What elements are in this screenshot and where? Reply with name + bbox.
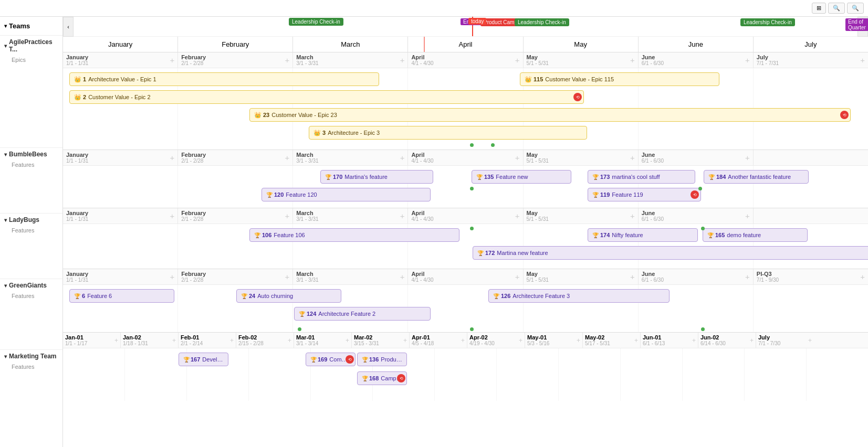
bar-6[interactable]: 🏆 6 Feature 6 — [69, 289, 174, 303]
mkt-feb01-add[interactable]: + — [230, 337, 234, 344]
bar-126[interactable]: 🏆 126 Architecture Feature 3 — [488, 289, 670, 303]
bar-136[interactable]: 🏆 136 Produc... — [357, 353, 407, 366]
bar-epic-115[interactable]: 👑 115 Customer Value - Epic 115 — [520, 72, 719, 86]
agile-apr-add[interactable]: + — [515, 56, 520, 65]
agile-may-add[interactable]: + — [630, 56, 635, 65]
bar-120[interactable]: 🏆 120 Feature 120 — [262, 188, 431, 201]
mkt-feb01-range: 2/1 - 2/14 — [181, 340, 203, 346]
mkt-jan02-add[interactable]: + — [172, 337, 176, 344]
team-header-ladybugs[interactable]: ▾ LadyBugs — [0, 214, 62, 226]
gg-mar-add[interactable]: + — [400, 272, 405, 281]
trophy-icon-168: 🏆 — [362, 376, 368, 381]
mkt-apr01-add[interactable]: + — [461, 337, 465, 344]
bar-epic-2[interactable]: 👑 2 Customer Value - Epic 2 ⟲ — [69, 90, 584, 104]
trophy-icon-165: 🏆 — [707, 232, 714, 238]
bar-24[interactable]: 🏆 24 Auto churning — [236, 289, 341, 303]
bar-170-num: 170 — [333, 174, 342, 180]
mkt-apr02-add[interactable]: + — [519, 337, 522, 344]
month-may: May — [524, 37, 639, 52]
mkt-jun01-add[interactable]: + — [692, 337, 696, 344]
gg-feb-add[interactable]: + — [285, 272, 290, 281]
lb-feb-add[interactable]: + — [285, 211, 290, 220]
gg-may-add[interactable]: + — [630, 272, 635, 281]
bar-124[interactable]: 🏆 124 Architecture Feature 2 — [294, 307, 431, 321]
bb-apr-range: 4/1 - 4/30 — [411, 158, 433, 164]
bb-feb-add[interactable]: + — [285, 153, 290, 162]
gg-jun-range: 6/1 - 6/30 — [642, 277, 664, 283]
team-header-marketing[interactable]: ▾ Marketing Team — [0, 350, 62, 363]
marketing-sub-label: Features — [0, 363, 62, 373]
zoom-out-button[interactable]: 🔍 — [828, 3, 845, 14]
bar-epic-3[interactable]: 👑 3 Architecture - Epic 3 — [309, 126, 587, 140]
agile-jul-add[interactable]: + — [860, 56, 865, 65]
bb-apr-add[interactable]: + — [515, 153, 520, 162]
bar-119[interactable]: 🏆 119 Feature 119 ⟲ — [588, 188, 701, 201]
bar-174[interactable]: 🏆 174 Nifty feature — [588, 228, 698, 242]
lb-may-add[interactable]: + — [630, 211, 635, 220]
gg-apr-add[interactable]: + — [515, 272, 520, 281]
ladybugs-spacer — [0, 237, 62, 279]
lb-mar-add[interactable]: + — [400, 211, 405, 220]
lb-mar-cell: March 3/1 - 3/31 + — [293, 208, 408, 224]
lb-jun-add[interactable]: + — [745, 211, 750, 220]
bb-may-add[interactable]: + — [630, 153, 635, 162]
greengiants-sub-label: Features — [0, 292, 62, 302]
mkt-jul-add[interactable]: + — [808, 337, 812, 344]
mkt-jan02-month: Jan-02 — [123, 334, 148, 340]
mkt-mar01-add[interactable]: + — [346, 337, 349, 344]
mkt-gc-8 — [497, 348, 559, 401]
mkt-feb02-add[interactable]: + — [288, 337, 291, 344]
bar-170[interactable]: 🏆 170 Martina's feature — [320, 170, 433, 184]
agile-jan-add[interactable]: + — [170, 56, 174, 65]
bb-mar-add[interactable]: + — [400, 153, 405, 162]
timeline-panel[interactable]: Leadership Check-in End of Quarter Produ… — [63, 17, 868, 447]
agile-feb-range: 2/1 - 2/28 — [181, 60, 206, 66]
bar-epic-23[interactable]: 👑 23 Customer Value - Epic 23 ⟲ — [249, 108, 851, 122]
bb-jan-add[interactable]: + — [170, 153, 174, 162]
mkt-may02-add[interactable]: + — [634, 337, 638, 344]
bar-173[interactable]: 🏆 173 martina's cool stuff — [588, 170, 695, 184]
bar-184[interactable]: 🏆 184 Another fantastic feature — [704, 170, 809, 184]
lb-apr-add[interactable]: + — [515, 211, 520, 220]
agile-feb-add[interactable]: + — [285, 56, 290, 65]
team-header-greengiants[interactable]: ▾ GreenGiants — [0, 279, 62, 292]
mkt-may01-add[interactable]: + — [577, 337, 580, 344]
mkt-mar01-range: 3/1 - 3/14 — [296, 340, 318, 346]
agile-mar-cell: March 3/1 - 3/31 + — [293, 52, 408, 68]
greengiants-section: January 1/1 - 1/31 + February 2/1 - 2/28… — [63, 269, 868, 333]
mkt-jul-range: 7/1 - 7/30 — [758, 340, 780, 346]
bar-135[interactable]: 🏆 135 Feature new — [472, 170, 571, 184]
bar-119-num: 119 — [600, 191, 610, 198]
teams-header[interactable]: ▾ Teams — [0, 17, 62, 36]
bar-169[interactable]: 🏆 169 Communica... ⟲ — [306, 353, 355, 366]
bar-172[interactable]: 🏆 172 Martina new feature — [473, 246, 868, 260]
zoom-in-button[interactable]: 🔍 — [847, 3, 864, 14]
team-header-agile[interactable]: ▾ AgilePractices T... — [0, 36, 62, 56]
nav-left-button[interactable]: ‹ — [63, 17, 74, 37]
agile-mar-add[interactable]: + — [400, 56, 405, 65]
gg-jun-add[interactable]: + — [745, 272, 750, 281]
grid-view-button[interactable]: ⊞ — [812, 3, 826, 14]
lb-jan-add[interactable]: + — [170, 211, 174, 220]
bumblebees-chevron-icon: ▾ — [4, 152, 7, 157]
bar-168[interactable]: 🏆 168 Campa... ⟲ — [357, 371, 407, 385]
gg-piq3-add[interactable]: + — [860, 272, 865, 281]
bb-jun-add[interactable]: + — [745, 153, 750, 162]
bar-135-name: Feature new — [496, 174, 528, 180]
mkt-mar02-range: 3/15 - 3/31 — [354, 340, 379, 346]
team-header-bumblebees[interactable]: ▾ BumbleBees — [0, 148, 62, 161]
mkt-mar02-add[interactable]: + — [403, 337, 407, 344]
lb-extra-cell — [754, 208, 868, 224]
gg-jan-add[interactable]: + — [170, 272, 174, 281]
bar-165[interactable]: 🏆 165 demo feature — [703, 228, 808, 242]
month-mar: March — [293, 37, 408, 52]
agile-mar-range: 3/1 - 3/31 — [296, 60, 318, 66]
bar-167[interactable]: 🏆 167 Develo... — [179, 353, 228, 366]
ladybugs-chevron-icon: ▾ — [4, 217, 7, 223]
bar-106[interactable]: 🏆 106 Feature 106 — [249, 228, 459, 242]
mkt-jan01-add[interactable]: + — [114, 337, 118, 344]
mkt-jun02-add[interactable]: + — [750, 337, 754, 344]
bar-170-name: Martina's feature — [344, 174, 388, 180]
bar-epic-1[interactable]: 👑 1 Architecture Value - Epic 1 — [69, 72, 379, 86]
agile-jun-add[interactable]: + — [745, 56, 750, 65]
